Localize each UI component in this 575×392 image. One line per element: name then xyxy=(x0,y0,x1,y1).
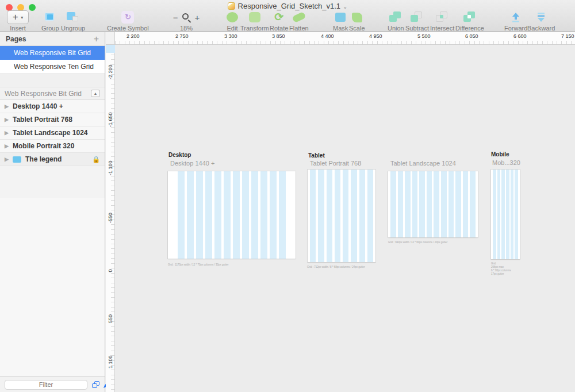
layer-row-the-legend[interactable]: ▶ The legend 🔒 xyxy=(0,153,105,166)
hruler-tick-label: 4 400 xyxy=(321,33,334,39)
disclosure-triangle-icon[interactable]: ▶ xyxy=(5,103,13,109)
sketch-window: Responsive_Grid_Sketch_v1.1⌄ + ▾ Insert … xyxy=(0,0,575,392)
disclosure-triangle-icon[interactable]: ▶ xyxy=(5,156,13,162)
grid-columns xyxy=(493,170,518,259)
artboard[interactable] xyxy=(491,170,520,259)
ungroup-label: Ungroup xyxy=(61,25,85,32)
titlebar: Responsive_Grid_Sketch_v1.1⌄ xyxy=(0,2,575,10)
union-button[interactable]: Union xyxy=(388,10,404,32)
page-item[interactable]: Web Responsive Bit Grid xyxy=(0,46,105,60)
artboard-title[interactable]: Mob...320 xyxy=(492,159,520,166)
window-title: Responsive_Grid_Sketch_v1.1 xyxy=(238,2,341,10)
union-label: Union xyxy=(388,25,404,32)
page-item[interactable]: Web Responsive Ten Grid xyxy=(0,60,105,74)
grid-column xyxy=(434,171,439,237)
pages-list: Web Responsive Bit GridWeb Responsive Te… xyxy=(0,46,105,74)
layer-row[interactable]: ▶Tablet Landscape 1024 xyxy=(0,126,105,140)
artboard[interactable] xyxy=(388,171,478,237)
artboard[interactable] xyxy=(168,171,296,259)
flatten-button[interactable]: Flatten xyxy=(289,10,309,32)
canvas[interactable]: 2 2002 7503 3003 8504 4004 9505 5006 050… xyxy=(106,32,575,392)
disclosure-triangle-icon[interactable]: ▶ xyxy=(5,117,13,122)
ungroup-button[interactable]: Ungroup xyxy=(61,10,85,32)
title-chevron-icon[interactable]: ⌄ xyxy=(343,3,347,10)
layers-header: Web Responsive Bit Grid ▲ xyxy=(0,87,105,100)
mask-label: Mask xyxy=(333,25,348,32)
flatten-label: Flatten xyxy=(289,25,309,32)
layer-row[interactable]: ▶Tablet Portrait 768 xyxy=(0,113,105,126)
grid-column xyxy=(390,171,396,237)
group-button[interactable]: Group xyxy=(41,10,59,32)
zoom-out-button[interactable]: − xyxy=(173,13,178,22)
union-icon xyxy=(389,11,402,23)
device-group-label: Mobile xyxy=(491,151,509,157)
artboard-title[interactable]: Tablet Landscape 1024 xyxy=(390,160,456,167)
subtract-button[interactable]: Subtract xyxy=(405,10,429,32)
layer-row[interactable]: ▶Mobile Portrait 320 xyxy=(0,140,105,153)
layer-label: Tablet Portrait 768 xyxy=(13,116,72,124)
grid-columns xyxy=(178,171,286,259)
grid-column xyxy=(351,170,356,262)
scale-button[interactable]: Scale xyxy=(349,10,365,32)
workspace[interactable]: DesktopTabletMobileDesktop 1440 +Grid : … xyxy=(115,45,575,392)
grid-column xyxy=(448,171,454,237)
artboard-picker-icon[interactable]: ▲ xyxy=(91,90,100,97)
insert-label: Insert xyxy=(7,25,29,32)
add-page-button[interactable]: + xyxy=(94,35,99,43)
forward-icon xyxy=(510,11,522,23)
zoom-in-button[interactable]: + xyxy=(195,13,200,22)
layers-list: ▶Desktop 1440 +▶Tablet Portrait 768▶Tabl… xyxy=(0,100,105,153)
mask-button[interactable]: Mask xyxy=(333,10,348,32)
pages-toggle-icon[interactable] xyxy=(92,381,99,388)
rotate-button[interactable]: ⟳Rotate xyxy=(270,10,288,32)
transform-button[interactable]: Transform xyxy=(240,10,269,32)
grid-column xyxy=(242,171,249,259)
grid-column xyxy=(441,171,447,237)
grid-column xyxy=(455,171,461,237)
filter-input[interactable] xyxy=(5,380,87,390)
intersect-button[interactable]: Intersect xyxy=(430,10,454,32)
edit-button[interactable]: Edit xyxy=(227,10,238,32)
edit-icon xyxy=(227,12,238,22)
vruler-tick-label: 550 xyxy=(108,315,113,323)
backward-label: Backward xyxy=(527,25,555,32)
zoom-level[interactable]: 18% xyxy=(164,25,208,32)
disclosure-triangle-icon[interactable]: ▶ xyxy=(5,130,13,136)
grid-spec-caption: Grid 296px max 6 * 38px columns 17px gut… xyxy=(491,262,511,276)
hruler-tick-label: 2 750 xyxy=(175,33,189,39)
artboard-title[interactable]: Desktop 1440 + xyxy=(170,160,214,167)
transform-label: Transform xyxy=(240,25,269,32)
grid-column xyxy=(260,171,267,259)
grid-column xyxy=(398,171,404,237)
grid-column xyxy=(335,170,340,262)
artboard-title[interactable]: Tablet Portrait 768 xyxy=(310,160,361,167)
ruler-selection-highlight xyxy=(106,45,115,53)
grid-column xyxy=(511,170,514,259)
artboard[interactable] xyxy=(308,170,375,262)
grid-column xyxy=(279,171,286,259)
backward-button[interactable]: Backward xyxy=(527,10,555,32)
sidebar-empty-area xyxy=(0,198,105,376)
grid-spec-caption: Grid : 712px width / 8 * 68px columns / … xyxy=(307,266,365,269)
forward-button[interactable]: Forward xyxy=(504,10,527,32)
vruler-tick-label: -1 650 xyxy=(108,119,113,127)
flatten-icon xyxy=(292,11,306,23)
pages-title: Pages xyxy=(6,35,26,43)
hruler-tick-label: 5 500 xyxy=(417,33,431,39)
grid-column xyxy=(427,171,432,237)
rotate-icon: ⟳ xyxy=(274,11,283,23)
layer-row[interactable]: ▶Desktop 1440 + xyxy=(0,100,105,113)
grid-column xyxy=(493,170,496,259)
layer-label: Mobile Portrait 320 xyxy=(13,142,74,150)
grid-column xyxy=(470,171,476,237)
backward-icon xyxy=(535,11,547,23)
vruler-tick-label: 0 xyxy=(108,267,113,275)
ungroup-icon xyxy=(66,11,80,23)
lock-icon[interactable]: 🔒 xyxy=(92,156,100,163)
disclosure-triangle-icon[interactable]: ▶ xyxy=(5,143,13,149)
create-symbol-button[interactable]: ↻Create Symbol xyxy=(107,10,149,32)
insert-button[interactable]: + ▾ Insert xyxy=(7,10,29,32)
grid-columns xyxy=(310,170,373,262)
device-group-label: Tablet xyxy=(308,152,325,159)
difference-button[interactable]: Difference xyxy=(455,10,484,32)
